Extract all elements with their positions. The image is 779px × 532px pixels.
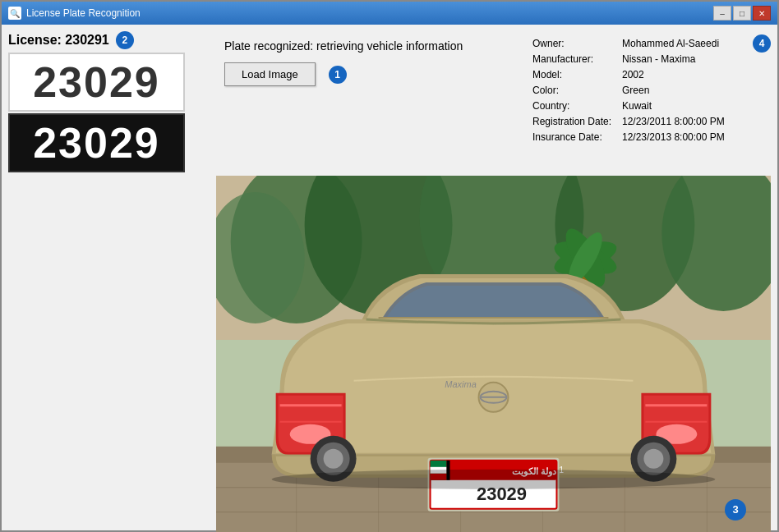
car-image: دولة الكويت 1 23029 Maxima bbox=[216, 176, 771, 532]
color-label: Color: bbox=[532, 85, 619, 96]
plate-white: 23029 bbox=[8, 53, 185, 112]
svg-point-42 bbox=[324, 449, 343, 469]
window-controls: – □ ✕ bbox=[713, 6, 771, 21]
license-label: License: 230291 bbox=[8, 33, 109, 48]
load-image-button[interactable]: Load Image bbox=[224, 62, 316, 86]
maximize-button[interactable]: □ bbox=[733, 6, 751, 21]
insdate-label: Insurance Date: bbox=[532, 131, 619, 143]
plate-black: 23029 bbox=[8, 113, 185, 172]
info-values-block: Owner: Mohammed Al-Saeedi Manufacturer: … bbox=[532, 38, 748, 143]
main-window: 🔍 License Plate Recognition – □ ✕ Licens… bbox=[0, 0, 779, 532]
svg-text:Maxima: Maxima bbox=[445, 379, 476, 389]
badge-3: 3 bbox=[725, 499, 746, 521]
bottom-section: دولة الكويت 1 23029 Maxima bbox=[8, 176, 771, 532]
car-scene-svg: دولة الكويت 1 23029 Maxima bbox=[216, 176, 771, 532]
image-area: دولة الكويت 1 23029 Maxima bbox=[216, 176, 771, 532]
owner-label: Owner: bbox=[532, 38, 619, 49]
badge-1: 1 bbox=[329, 66, 347, 84]
info-row-regdate: Registration Date: 12/23/2011 8:00:00 PM bbox=[532, 116, 748, 127]
model-value: 2002 bbox=[622, 69, 644, 80]
info-row-insdate: Insurance Date: 12/23/2013 8:00:00 PM bbox=[532, 131, 748, 143]
regdate-value: 12/23/2011 8:00:00 PM bbox=[622, 116, 725, 127]
content-area: License: 230291 2 23029 23029 Plate reco… bbox=[2, 25, 777, 532]
left-panel: License: 230291 2 23029 23029 bbox=[8, 31, 210, 172]
left-spacer bbox=[8, 176, 210, 532]
info-row-owner: Owner: Mohammed Al-Saeedi bbox=[532, 38, 748, 49]
plate-images: 23029 23029 bbox=[8, 53, 185, 172]
title-bar-left: 🔍 License Plate Recognition bbox=[8, 7, 141, 20]
middle-panel: Plate recognized: retrieving vehicle inf… bbox=[216, 31, 526, 86]
info-header-row: Owner: Mohammed Al-Saeedi Manufacturer: … bbox=[532, 38, 771, 143]
country-label: Country: bbox=[532, 100, 619, 112]
minimize-button[interactable]: – bbox=[713, 6, 731, 21]
svg-point-45 bbox=[643, 449, 663, 469]
license-header: License: 230291 2 bbox=[8, 31, 210, 49]
info-row-color: Color: Green bbox=[532, 85, 748, 96]
title-bar: 🔍 License Plate Recognition – □ ✕ bbox=[2, 2, 777, 25]
color-value: Green bbox=[622, 85, 649, 96]
info-row-model: Model: 2002 bbox=[532, 69, 748, 80]
insdate-value: 12/23/2013 8:00:00 PM bbox=[622, 131, 725, 143]
status-text: Plate recognized: retrieving vehicle inf… bbox=[224, 39, 526, 53]
app-icon: 🔍 bbox=[8, 7, 21, 20]
model-label: Model: bbox=[532, 69, 619, 80]
badge-4: 4 bbox=[753, 34, 771, 53]
badge-2: 2 bbox=[116, 31, 134, 49]
load-btn-row: Load Image 1 bbox=[224, 62, 526, 86]
window-title: License Plate Recognition bbox=[26, 7, 141, 19]
owner-value: Mohammed Al-Saeedi bbox=[622, 38, 719, 49]
svg-point-46 bbox=[272, 470, 716, 489]
info-row-country: Country: Kuwait bbox=[532, 100, 748, 112]
manufacturer-value: Nissan - Maxima bbox=[622, 53, 695, 65]
country-value: Kuwait bbox=[622, 100, 652, 112]
top-section: License: 230291 2 23029 23029 Plate reco… bbox=[8, 31, 771, 172]
info-row-manufacturer: Manufacturer: Nissan - Maxima bbox=[532, 53, 748, 65]
close-button[interactable]: ✕ bbox=[753, 6, 771, 21]
regdate-label: Registration Date: bbox=[532, 116, 619, 127]
manufacturer-label: Manufacturer: bbox=[532, 53, 619, 65]
right-panel: Owner: Mohammed Al-Saeedi Manufacturer: … bbox=[532, 31, 771, 143]
